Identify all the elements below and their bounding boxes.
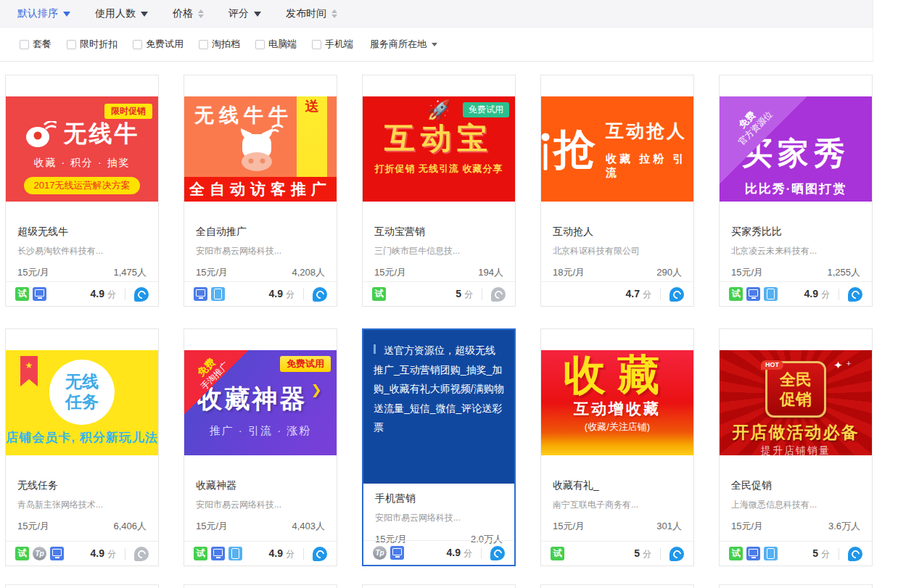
- service-users: 194人: [478, 266, 503, 279]
- service-company: 安阳市易云网络科技...: [196, 245, 325, 257]
- wangwang-icon[interactable]: [490, 546, 505, 560]
- banner-subtitle: 推广 · 引流 · 涨粉: [184, 424, 337, 438]
- service-card[interactable]: 免费 官方资源位 买家秀 比比秀·晒图打赏 买家秀比比 北京凌云未来科技有...…: [719, 75, 873, 307]
- service-title[interactable]: 手机营销: [375, 492, 503, 505]
- service-company: 长沙易淘软件科技有...: [17, 245, 147, 257]
- taopaidang-badge-icon: Tp: [33, 547, 46, 560]
- chevron-down-icon: [432, 43, 437, 49]
- banner-subtitle: 打折促销 无线引流 收藏分享: [363, 162, 515, 175]
- service-title[interactable]: 互动宝营销: [374, 225, 503, 239]
- sort-rating[interactable]: 评分: [228, 7, 261, 20]
- service-banner: 免费试用 🚀 互动宝 打折促销 无线引流 收藏分享: [363, 96, 515, 202]
- rating-suffix: 分: [286, 289, 294, 301]
- wangwang-icon[interactable]: [670, 547, 684, 561]
- wangwang-icon[interactable]: [134, 287, 149, 302]
- service-price: 15元/月: [196, 266, 228, 279]
- service-card-selected[interactable]: 送官方资源位，超级无线推广_互动营销团购_抽奖_加购_收藏有礼大师视频/满购物送…: [362, 328, 516, 566]
- sort-default[interactable]: 默认排序: [17, 7, 70, 20]
- sort-users[interactable]: 使用人数: [95, 7, 148, 20]
- pc-badge-icon: [746, 287, 760, 301]
- service-card[interactable]: 免费 手淘推广 免费试用 收藏神器 推广 · 引流 · 涨粉 收藏神器 安阳市易…: [184, 328, 337, 566]
- rating-value: 5: [456, 288, 461, 299]
- filter-free-trial-label: 免费试用: [146, 38, 184, 51]
- sort-updown-icon: [331, 9, 337, 18]
- banner-strip: 全自动访客推广: [184, 177, 337, 202]
- sort-price[interactable]: 价格: [173, 7, 204, 20]
- service-card[interactable]: 限时促销 无线牛 收藏 · 积分 · 抽奖 2017无线运营解决方案 超级无线牛…: [5, 75, 159, 307]
- divider: [839, 548, 839, 560]
- service-title[interactable]: 互动抢人: [553, 225, 682, 239]
- filter-package[interactable]: 套餐: [20, 38, 52, 51]
- filter-pc-label: 电脑端: [268, 38, 297, 51]
- filter-pc[interactable]: 电脑端: [255, 38, 297, 51]
- rating-value: 4.9: [447, 547, 461, 558]
- wangwang-icon[interactable]: [313, 547, 327, 561]
- banner-title: 收藏: [541, 353, 693, 397]
- service-title[interactable]: 无线任务: [17, 479, 147, 492]
- provider-location-dropdown[interactable]: 服务商所在地: [370, 38, 437, 51]
- service-price: 15元/月: [17, 266, 49, 279]
- next-row-card-stub: [184, 584, 337, 588]
- rating-value: 4.9: [91, 288, 104, 299]
- service-card[interactable]: 无线牛牛 送 手淘 展位 全自动访客推广 全自动推广 安阳市易云网络科技...: [184, 75, 337, 307]
- frame-text: 促销: [780, 389, 812, 410]
- service-users: 301人: [656, 520, 682, 533]
- trial-badge-icon: 试: [372, 287, 386, 301]
- filter-limited-discount[interactable]: 限时折扣: [67, 38, 118, 51]
- trial-badge-icon: 试: [729, 287, 743, 301]
- service-title[interactable]: 全自动推广: [196, 225, 325, 239]
- rating-suffix: 分: [821, 548, 830, 560]
- service-users: 4,403人: [292, 520, 325, 533]
- circle-text: 任务: [65, 392, 99, 413]
- mobile-badge-icon: [211, 287, 225, 301]
- sort-publish-time[interactable]: 发布时间: [286, 7, 337, 20]
- filter-taopaidang[interactable]: 淘拍档: [199, 38, 240, 51]
- service-title[interactable]: 收藏有礼_: [553, 479, 682, 492]
- service-title[interactable]: 买家秀比比: [731, 225, 860, 239]
- rating-value: 5: [812, 547, 818, 559]
- divider: [660, 289, 661, 300]
- wangwang-icon[interactable]: [134, 547, 149, 561]
- sort-users-label: 使用人数: [95, 7, 136, 20]
- pc-badge-icon: [33, 287, 46, 301]
- sort-down-icon: [63, 12, 70, 20]
- service-card[interactable]: 抢 互动抢人 收藏 拉粉 引流 互动抢人 北京科讴科技有限公司 18元/月 29…: [540, 75, 694, 307]
- checkbox-icon[interactable]: [133, 40, 142, 49]
- banner-logo: 抢: [541, 128, 596, 170]
- wireless-eye-icon: [25, 121, 57, 147]
- pc-badge-icon: [390, 546, 404, 560]
- filter-mobile[interactable]: 手机端: [312, 38, 353, 51]
- service-title[interactable]: 收藏神器: [196, 479, 325, 492]
- banner-logo-circle: 无线 任务: [49, 360, 115, 425]
- sort-default-label: 默认排序: [17, 7, 58, 20]
- checkbox-icon[interactable]: [67, 40, 76, 49]
- card-footer: 试 4.9分: [6, 281, 158, 306]
- wangwang-icon[interactable]: [491, 287, 506, 302]
- wangwang-icon[interactable]: [848, 287, 862, 302]
- checkbox-icon[interactable]: [312, 40, 321, 49]
- service-banner: 免费 手淘推广 免费试用 收藏神器 推广 · 引流 · 涨粉: [184, 350, 337, 455]
- service-card[interactable]: 免费试用 🚀 互动宝 打折促销 无线引流 收藏分享 互动宝营销 三门峡市巨牛信息…: [362, 75, 516, 307]
- service-title[interactable]: 超级无线牛: [17, 225, 147, 239]
- mobile-badge-icon: [764, 287, 778, 301]
- checkbox-icon[interactable]: [20, 40, 29, 49]
- rating-suffix: 分: [821, 289, 830, 301]
- service-card[interactable]: HOT 全民 促销 开店做活动必备 提升店铺销量 全民促销 上海微悉信息科技有.…: [719, 328, 873, 566]
- checkbox-icon[interactable]: [255, 40, 265, 49]
- filter-free-trial[interactable]: 免费试用: [133, 38, 184, 51]
- trial-badge-icon: 试: [729, 547, 743, 560]
- service-title[interactable]: 全民促销: [731, 479, 860, 492]
- service-company: 安阳市易云网络科技...: [196, 499, 325, 511]
- wangwang-icon[interactable]: [313, 287, 327, 302]
- trial-badge-icon: 试: [15, 287, 29, 301]
- wangwang-icon[interactable]: [848, 547, 862, 561]
- service-card[interactable]: 收藏 互动增收藏 (收藏/关注店铺) 收藏有礼_ 南宁互联电子商务有... 15…: [540, 328, 694, 566]
- sort-rating-label: 评分: [228, 7, 249, 20]
- taopaidang-badge-icon: Tp: [373, 546, 387, 560]
- provider-location-label: 服务商所在地: [370, 38, 427, 51]
- banner-subtitle: 店铺会员卡, 积分新玩儿法: [6, 429, 158, 446]
- checkbox-icon[interactable]: [199, 40, 208, 49]
- service-card[interactable]: 无线 任务 店铺会员卡, 积分新玩儿法 无线任务 青岛新主张网络技术... 15…: [5, 328, 159, 566]
- wangwang-icon[interactable]: [670, 287, 684, 302]
- service-price: 18元/月: [553, 266, 585, 279]
